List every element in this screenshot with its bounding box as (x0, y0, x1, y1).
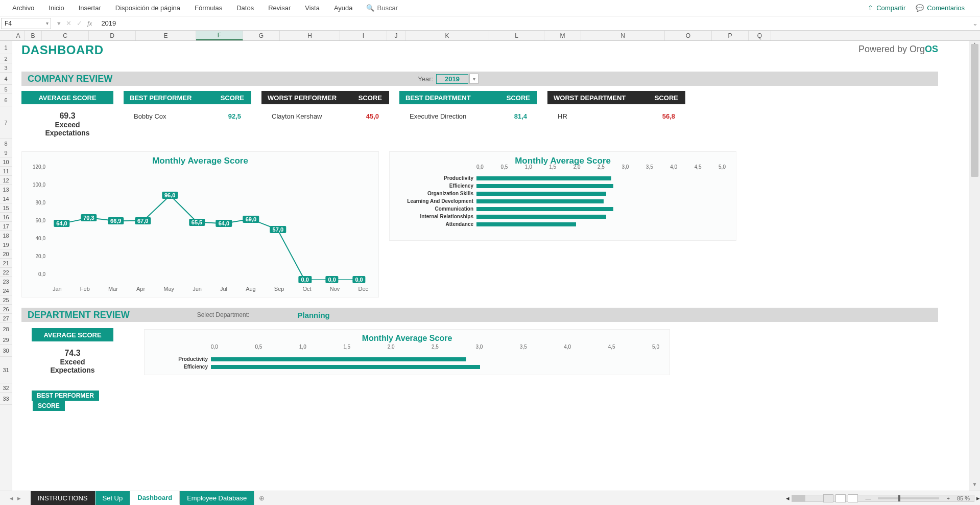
col-header-C[interactable]: C (42, 31, 89, 40)
row-header-2[interactable]: 2 (0, 54, 12, 63)
col-header-E[interactable]: E (136, 31, 196, 40)
col-header-N[interactable]: N (581, 31, 665, 40)
menu-formulas[interactable]: Fórmulas (187, 0, 229, 16)
col-header-H[interactable]: H (280, 31, 340, 40)
row-header-24[interactable]: 24 (0, 286, 12, 295)
row-header-5[interactable]: 5 (0, 85, 12, 94)
row-header-6[interactable]: 6 (0, 94, 12, 106)
row-header-31[interactable]: 31 (0, 357, 12, 383)
row-header-29[interactable]: 29 (0, 335, 12, 345)
charts-row: Monthly Average Score 0,020,040,060,080,… (21, 151, 969, 297)
row-header-7[interactable]: 7 (0, 106, 12, 139)
name-box[interactable]: F4 (1, 18, 51, 29)
zoom-slider[interactable] (878, 497, 939, 499)
zoom-knob[interactable] (898, 495, 900, 501)
sheet-area[interactable]: DASHBOARD Powered by OrgOS COMPANY REVIE… (12, 41, 969, 491)
row-header-4[interactable]: 4 (0, 73, 12, 85)
row-header-8[interactable]: 8 (0, 139, 12, 148)
selected-dept[interactable]: Planning (256, 311, 375, 319)
row-header-1[interactable]: 1 (0, 41, 12, 54)
col-header-G[interactable]: G (243, 31, 280, 40)
menu-vista[interactable]: Vista (298, 0, 327, 16)
row-header-15[interactable]: 15 (0, 203, 12, 213)
row-header-9[interactable]: 9 (0, 148, 12, 157)
col-header-I[interactable]: I (340, 31, 387, 40)
line-chart[interactable]: Monthly Average Score 0,020,040,060,080,… (21, 151, 379, 297)
fx-icon[interactable]: fx (87, 19, 92, 28)
share-button[interactable]: ⇧ Compartir (868, 4, 905, 12)
menu-archivo[interactable]: Archivo (5, 0, 41, 16)
row-header-17[interactable]: 17 (0, 222, 12, 231)
col-header-K[interactable]: K (405, 31, 489, 40)
row-header-32[interactable]: 32 (0, 383, 12, 393)
row-header-33[interactable]: 33 (0, 393, 12, 405)
row-header-26[interactable]: 26 (0, 305, 12, 314)
year-value[interactable]: 2019 (436, 74, 468, 84)
scroll-down-icon[interactable]: ▼ (969, 481, 980, 491)
hscroll-thumb[interactable] (792, 495, 805, 501)
zoom-value[interactable]: 85 % (957, 495, 970, 501)
menu-insertar[interactable]: Insertar (71, 0, 108, 16)
hscroll-left-icon[interactable]: ◂ (786, 494, 790, 502)
tab-prev-icon[interactable]: ◂ (10, 494, 13, 502)
col-header-D[interactable]: D (89, 31, 136, 40)
row-header-21[interactable]: 21 (0, 259, 12, 268)
tab-nav[interactable]: ◂▸ (0, 491, 31, 505)
year-dropdown-icon[interactable]: ▾ (469, 74, 479, 84)
col-header-Q[interactable]: Q (749, 31, 771, 40)
formula-expand-icon[interactable]: ⌄ (970, 19, 980, 27)
row-header-30[interactable]: 30 (0, 345, 12, 357)
search-wrap[interactable]: 🔍 Buscar (360, 4, 404, 12)
row-header-10[interactable]: 10 (0, 157, 12, 167)
view-normal-icon[interactable] (823, 494, 833, 502)
tab-next-icon[interactable]: ▸ (17, 494, 21, 502)
formula-input[interactable]: 2019 (97, 19, 970, 27)
zoom-in-icon[interactable]: + (946, 495, 949, 501)
tab-employee-db[interactable]: Employee Database (180, 491, 254, 505)
row-header-28[interactable]: 28 (0, 323, 12, 335)
dept-bar-chart[interactable]: Monthly Average Score 0,00,51,01,52,02,5… (144, 329, 670, 375)
tab-setup[interactable]: Set Up (95, 491, 131, 505)
row-header-13[interactable]: 13 (0, 185, 12, 194)
vertical-scrollbar[interactable]: ▲ ▼ (969, 41, 980, 491)
col-header-L[interactable]: L (489, 31, 544, 40)
row-header-3[interactable]: 3 (0, 63, 12, 73)
row-header-27[interactable]: 27 (0, 314, 12, 323)
bar-chart[interactable]: Monthly Average Score 0,00,51,01,52,02,5… (389, 151, 736, 241)
cancel-icon[interactable]: ✕ (66, 19, 71, 27)
row-header-14[interactable]: 14 (0, 194, 12, 203)
tab-instructions[interactable]: INSTRUCTIONS (31, 491, 95, 505)
menu-disposicion[interactable]: Disposición de página (108, 0, 187, 16)
col-header-B[interactable]: B (25, 31, 42, 40)
row-header-25[interactable]: 25 (0, 295, 12, 305)
comments-button[interactable]: 💬 Comentarios (916, 4, 965, 12)
col-header-A[interactable]: A (12, 31, 25, 40)
col-header-F[interactable]: F (196, 31, 243, 40)
add-sheet-button[interactable]: ⊕ (254, 491, 269, 505)
row-header-16[interactable]: 16 (0, 213, 12, 222)
menu-inicio[interactable]: Inicio (41, 0, 71, 16)
row-header-18[interactable]: 18 (0, 231, 12, 240)
col-header-M[interactable]: M (544, 31, 581, 40)
chevron-down-icon[interactable]: ▾ (57, 19, 61, 27)
view-page-icon[interactable] (835, 494, 846, 502)
row-header-12[interactable]: 12 (0, 176, 12, 185)
row-header-23[interactable]: 23 (0, 277, 12, 286)
col-header-J[interactable]: J (387, 31, 405, 40)
row-header-20[interactable]: 20 (0, 249, 12, 259)
dashboard: DASHBOARD Powered by OrgOS COMPANY REVIE… (12, 41, 969, 411)
menu-revisar[interactable]: Revisar (261, 0, 298, 16)
zoom-out-icon[interactable]: — (865, 495, 871, 501)
row-header-11[interactable]: 11 (0, 167, 12, 176)
menu-datos[interactable]: Datos (229, 0, 261, 16)
col-header-P[interactable]: P (712, 31, 749, 40)
view-break-icon[interactable] (848, 494, 858, 502)
scroll-thumb[interactable] (971, 44, 978, 177)
tab-dashboard[interactable]: Dashboard (130, 491, 180, 505)
row-header-19[interactable]: 19 (0, 240, 12, 249)
accept-icon[interactable]: ✓ (77, 19, 82, 27)
col-header-O[interactable]: O (665, 31, 712, 40)
menu-ayuda[interactable]: Ayuda (327, 0, 360, 16)
row-header-22[interactable]: 22 (0, 268, 12, 277)
hscroll-right-icon[interactable]: ▸ (976, 494, 980, 502)
